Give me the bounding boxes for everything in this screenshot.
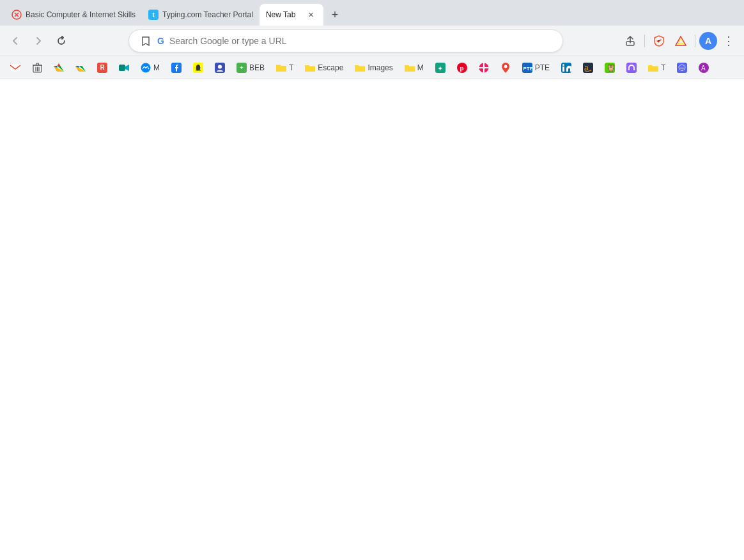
bookmark-images[interactable]: Images (350, 59, 398, 77)
toolbar-right: A ⋮ (620, 31, 739, 51)
brave-shield-button[interactable] (649, 31, 669, 51)
bookmark-profile2[interactable]: A (694, 59, 714, 77)
r-icon: R (97, 63, 107, 73)
pinwheel-icon (479, 63, 489, 73)
m-folder-icon (405, 63, 415, 73)
svg-marker-16 (125, 65, 129, 71)
tab-close-button[interactable]: ✕ (306, 9, 317, 20)
maps-icon (500, 63, 511, 73)
tab-typing-com[interactable]: t Typing.com Teacher Portal (142, 4, 260, 26)
search-input[interactable] (169, 36, 552, 46)
toolbar: G A (0, 26, 744, 56)
back-button[interactable] (5, 31, 26, 51)
svg-point-28 (504, 65, 507, 68)
google-g-icon: G (157, 36, 164, 46)
tab-bar: Basic Computer & Internet Skills t Typin… (0, 0, 744, 26)
svg-text:p: p (460, 64, 463, 72)
bookmark-gmail[interactable] (5, 59, 26, 77)
drive-icon (54, 63, 64, 73)
bookmark-trash[interactable] (27, 59, 47, 77)
bookmark-t2-folder[interactable]: T (643, 59, 670, 77)
linkedin-icon (561, 63, 571, 73)
profile-avatar[interactable]: A (699, 32, 717, 50)
bookmark-discord[interactable] (672, 59, 692, 77)
tab-favicon-2: t (148, 10, 159, 20)
tab-new-tab[interactable]: New Tab ✕ (260, 4, 323, 26)
tab-favicon-1 (12, 10, 22, 20)
gmail-icon (10, 63, 20, 73)
omnibox[interactable]: G (128, 29, 563, 52)
m-folder-label: M (417, 63, 424, 72)
bookmark-beb[interactable]: + BEB (231, 59, 270, 77)
bookmark-meet[interactable] (114, 59, 134, 77)
drive2-icon (75, 63, 86, 73)
svg-point-21 (218, 65, 222, 68)
bookmark-chatgpt[interactable]: ✦ (430, 59, 451, 77)
toolbar-divider-2 (695, 35, 695, 47)
images-label: Images (368, 63, 392, 72)
svg-rect-40 (633, 68, 635, 70)
bookmark-maps[interactable] (495, 59, 516, 77)
toolbar-divider (644, 35, 645, 47)
bookmark-facebook[interactable] (166, 59, 187, 77)
bookmark-contacts[interactable] (210, 59, 230, 77)
bookmark-duolingo[interactable]: 🦉 (600, 59, 620, 77)
escape-icon (305, 63, 315, 73)
bookmark-t-folder[interactable]: T (271, 59, 298, 77)
t-folder-label: T (289, 63, 293, 72)
pte-icon: PTE (522, 63, 532, 73)
duolingo-icon: 🦉 (605, 63, 615, 73)
chatgpt-icon: ✦ (435, 63, 446, 73)
brave-rewards-button[interactable] (670, 31, 691, 51)
reload-button[interactable] (51, 31, 72, 51)
svg-rect-38 (626, 63, 637, 73)
bookmark-page-icon[interactable] (139, 35, 152, 47)
bookmark-m-folder[interactable]: M (399, 59, 429, 77)
tab-basic-computer[interactable]: Basic Computer & Internet Skills (5, 4, 142, 26)
new-tab-button[interactable]: + (326, 6, 344, 24)
svg-point-43 (683, 67, 684, 68)
t2-folder-label: T (661, 63, 665, 72)
t2-folder-icon (648, 63, 658, 73)
forward-button[interactable] (28, 31, 49, 51)
svg-point-42 (681, 67, 682, 68)
beb-label: BEB (249, 63, 265, 72)
bookmarks-bar: R M (0, 56, 744, 79)
escape-label: Escape (318, 63, 343, 72)
bookmark-pte[interactable]: PTE PTE (517, 59, 555, 77)
extensions-button[interactable]: ⋮ (718, 31, 739, 51)
bookmark-r[interactable]: R (92, 59, 112, 77)
snapchat-icon (193, 63, 203, 73)
bookmark-pinwheel[interactable] (474, 59, 494, 77)
bookmark-podcast[interactable] (621, 59, 642, 77)
bookmark-pinterest[interactable]: p (452, 59, 472, 77)
tab-title-2: Typing.com Teacher Portal (162, 10, 253, 19)
bookmark-drive2[interactable] (70, 59, 91, 77)
svg-rect-32 (562, 66, 564, 72)
svg-text:PTE: PTE (523, 66, 532, 72)
share-button[interactable] (620, 31, 640, 51)
svg-point-33 (562, 64, 564, 66)
messenger-label: M (153, 63, 160, 72)
bookmark-linkedin[interactable] (556, 59, 577, 77)
pinterest-icon: p (457, 63, 467, 73)
podcast-icon (626, 63, 637, 73)
bookmark-drive[interactable] (49, 59, 69, 77)
images-icon (355, 63, 365, 73)
svg-marker-4 (676, 36, 686, 45)
t-folder-icon (276, 63, 286, 73)
bookmark-escape[interactable]: Escape (300, 59, 348, 77)
bookmark-snapchat[interactable] (188, 59, 208, 77)
trash-icon (32, 63, 42, 73)
pte-label: PTE (535, 63, 550, 72)
svg-text:A: A (701, 65, 706, 72)
tab-title-3: New Tab (266, 10, 302, 19)
omnibox-container: G (128, 29, 563, 52)
facebook-icon (171, 63, 182, 73)
bookmark-messenger[interactable]: M (136, 59, 165, 77)
discord-icon (677, 63, 687, 73)
main-content (0, 79, 744, 560)
tab-title-1: Basic Computer & Internet Skills (26, 10, 136, 19)
bookmark-amazon[interactable]: a (578, 59, 598, 77)
svg-text:✦: ✦ (437, 65, 443, 72)
